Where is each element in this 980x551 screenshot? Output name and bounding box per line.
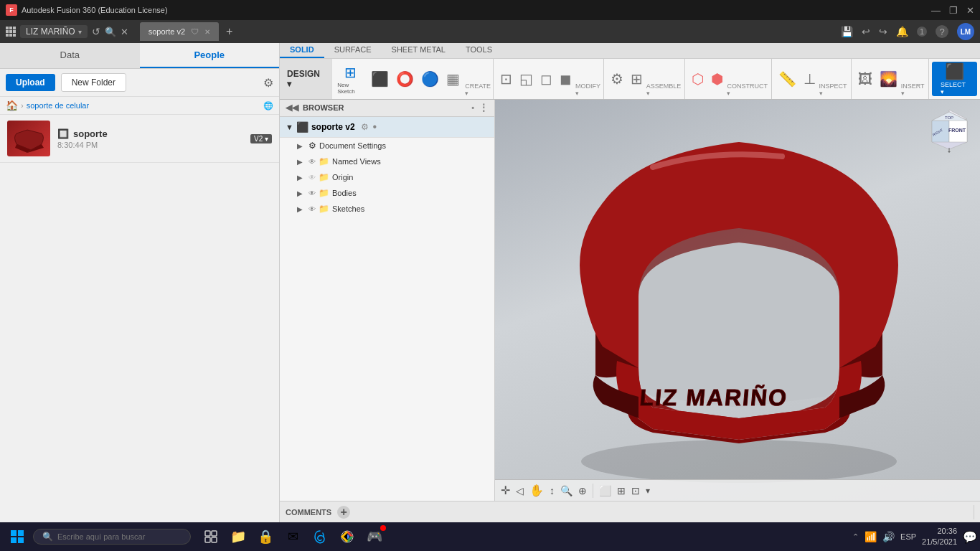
user-avatar[interactable]: LM: [957, 23, 974, 40]
origin-eye-icon[interactable]: 👁: [308, 174, 316, 182]
upload-button[interactable]: Upload: [6, 74, 55, 91]
orbit-icon[interactable]: ✛: [501, 484, 510, 497]
minimize-button[interactable]: —: [931, 5, 941, 16]
browser-title: BROWSER: [303, 103, 344, 112]
select-btn[interactable]: ⬛ SELECT ▾: [935, 61, 974, 98]
tab-solid[interactable]: SOLID: [280, 43, 324, 58]
taskbar-icon-task-view[interactable]: [198, 524, 224, 550]
zoom-extent-icon[interactable]: 🔍: [560, 485, 573, 496]
browser-item-origin[interactable]: ▶ 👁 📁 Origin: [280, 169, 494, 185]
tab-data[interactable]: Data: [0, 43, 140, 68]
browser-dot-icon: •: [471, 103, 474, 112]
modify-fillet-btn[interactable]: ◱: [516, 69, 537, 89]
browser-item-sketches[interactable]: ▶ 👁 📁 Sketches: [280, 201, 494, 217]
tab-tools[interactable]: TOOLS: [456, 43, 502, 58]
taskbar-icon-chrome[interactable]: [334, 524, 360, 550]
view-options-icon[interactable]: ⊡: [631, 485, 640, 496]
browser-item-doc-settings[interactable]: ▶ ⚙ Document Settings: [280, 138, 494, 154]
panel-settings-icon[interactable]: ⚙: [263, 76, 273, 90]
undo-icon[interactable]: ↩: [862, 26, 870, 37]
file-item[interactable]: 🔲 soporte 8:30:44 PM V2 ▾: [0, 115, 279, 163]
construct-btn1[interactable]: ⬡: [688, 69, 707, 89]
notification-icon[interactable]: 🔔: [896, 26, 908, 37]
close-button[interactable]: ✕: [966, 5, 974, 16]
tab-surface[interactable]: SURFACE: [324, 43, 382, 58]
search-input[interactable]: [57, 532, 172, 541]
create-sketch-btn[interactable]: ⊞ New Sketch: [334, 62, 367, 96]
active-tab[interactable]: soporte v2 🛡 ✕: [140, 22, 219, 41]
tab-sheet-metal[interactable]: SHEET METAL: [382, 43, 456, 58]
search-bar[interactable]: 🔍: [33, 529, 191, 545]
tray-arrow[interactable]: ⌃: [852, 532, 859, 542]
globe-icon[interactable]: 🌐: [263, 101, 273, 110]
insert-btn2[interactable]: 🌄: [876, 69, 901, 89]
notification-center-icon[interactable]: 💬: [963, 530, 977, 544]
taskbar-icon-explorer[interactable]: 📁: [225, 524, 251, 550]
modify-more-btn[interactable]: ◼: [556, 69, 575, 89]
tab-people[interactable]: People: [140, 43, 280, 68]
zoom-in-icon[interactable]: ⊕: [578, 485, 587, 496]
zoom-icon[interactable]: ↕: [550, 485, 555, 496]
root-gear-icon[interactable]: ⚙: [361, 122, 369, 132]
create-more-btn[interactable]: ▦: [443, 69, 463, 89]
sketches-expand-arrow: ▶: [297, 205, 306, 213]
create-box-btn[interactable]: ⬛: [367, 69, 392, 90]
start-button[interactable]: [3, 524, 32, 550]
home-icon[interactable]: 🏠: [6, 100, 18, 111]
insert-btn1[interactable]: 🖼: [854, 70, 876, 89]
comments-add-icon[interactable]: +: [337, 506, 350, 519]
redo-icon[interactable]: ↪: [879, 26, 887, 37]
taskbar-icon-mail[interactable]: ✉: [280, 524, 306, 550]
svg-rect-13: [11, 530, 17, 536]
browser-collapse-btn[interactable]: ◀◀: [286, 103, 298, 113]
inspect-btn1[interactable]: 📏: [775, 69, 800, 89]
browser-item-bodies[interactable]: ▶ 👁 📁 Bodies: [280, 185, 494, 201]
header-close-icon[interactable]: ✕: [121, 27, 128, 37]
create-cylinder-btn[interactable]: ⭕: [392, 69, 418, 89]
bodies-eye-icon[interactable]: 👁: [308, 189, 316, 197]
add-tab-icon[interactable]: +: [226, 25, 232, 38]
help-icon[interactable]: ?: [936, 25, 948, 38]
inspect-btn2[interactable]: ⊥: [800, 69, 819, 89]
svg-marker-12: [948, 151, 951, 153]
sketches-eye-icon[interactable]: 👁: [308, 205, 316, 213]
create-sphere-btn[interactable]: 🔵: [418, 69, 443, 89]
thumb-svg: [9, 123, 49, 155]
taskbar-icon-game[interactable]: 🎮: [362, 524, 387, 550]
new-folder-button[interactable]: New Folder: [61, 73, 126, 92]
pan-icon[interactable]: ✋: [529, 484, 544, 497]
grid-icon[interactable]: [6, 27, 16, 37]
more-view-icon[interactable]: ▾: [646, 486, 650, 496]
construct-btn2[interactable]: ⬢: [707, 69, 727, 89]
browser-item-named-views[interactable]: ▶ 👁 📁 Named Views: [280, 154, 494, 169]
modify-shell-btn[interactable]: ◻: [537, 69, 556, 89]
tray-network-icon[interactable]: 📶: [864, 531, 877, 542]
grid-display-icon[interactable]: ⊞: [617, 485, 626, 496]
assemble-btn1[interactable]: ⚙: [607, 69, 627, 89]
panel-actions: Upload New Folder ⚙: [0, 69, 279, 97]
tray-volume-icon[interactable]: 🔊: [882, 531, 895, 542]
file-info: 🔲 soporte 8:30:44 PM: [57, 128, 243, 149]
nv-eye-icon[interactable]: 👁: [308, 158, 316, 166]
viewcube[interactable]: FRONT TOP RIGHT: [926, 106, 973, 153]
browser-root[interactable]: ▼ ⬛ soporte v2 ⚙ •: [280, 117, 494, 138]
taskbar-icon-edge[interactable]: [307, 524, 333, 550]
design-button[interactable]: DESIGN ▾: [280, 59, 332, 99]
tab-close-icon[interactable]: ✕: [204, 28, 210, 36]
maximize-button[interactable]: ❐: [949, 5, 958, 16]
search-icon[interactable]: 🔍: [105, 27, 116, 37]
viewport[interactable]: LIZ MARIÑO LIZ MARIÑO FRONT TOP RIGHT: [495, 99, 980, 501]
refresh-icon[interactable]: ↺: [92, 26, 100, 37]
assemble-btn2[interactable]: ⊞: [627, 69, 646, 89]
header-right-icons: 💾 ↩ ↪ 🔔 1 ? LM: [841, 23, 974, 40]
taskbar-icon-security[interactable]: 🔒: [253, 524, 278, 550]
assemble-label: ASSEMBLE ▾: [646, 83, 682, 99]
look-icon[interactable]: ◁: [516, 485, 524, 496]
select-section: ⬛ SELECT ▾: [932, 62, 977, 96]
display-mode-icon[interactable]: ⬜: [599, 485, 611, 496]
save-icon[interactable]: 💾: [841, 26, 853, 37]
modify-push-btn[interactable]: ⊡: [496, 69, 516, 89]
breadcrumb-path[interactable]: soporte de celular: [27, 101, 89, 110]
user-menu[interactable]: LIZ MARIÑO ▾: [20, 25, 88, 38]
file-version[interactable]: V2 ▾: [250, 134, 272, 143]
